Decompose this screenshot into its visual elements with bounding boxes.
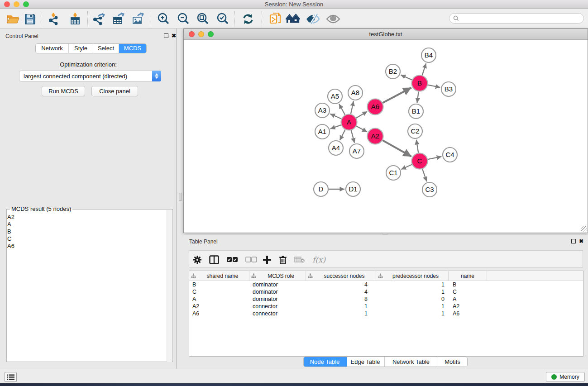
add-column-icon[interactable] [263, 255, 272, 265]
table-cell: 8 [306, 296, 376, 302]
splitter-handle[interactable] [382, 233, 388, 235]
hide-selected-icon[interactable] [306, 12, 320, 26]
export-network-icon[interactable] [92, 12, 106, 26]
table-cell: connector [249, 310, 306, 317]
tab-node-table[interactable]: Node Table [304, 357, 347, 367]
graph-edge[interactable] [330, 114, 341, 119]
table-cell: 1 [306, 303, 376, 310]
graph-edge[interactable] [401, 165, 412, 170]
list-icon [7, 374, 14, 380]
result-item[interactable]: C [7, 235, 161, 243]
deselect-all-rows-icon[interactable] [245, 255, 257, 265]
tab-edge-table[interactable]: Edge Table [347, 357, 385, 367]
run-mcds-button[interactable]: Run MCDS [42, 86, 85, 96]
result-item[interactable]: A6 [7, 243, 161, 250]
network-window-titlebar[interactable]: testGlobe.txt [184, 29, 588, 40]
ndex-home-icon[interactable] [286, 12, 300, 26]
tab-mcds[interactable]: MCDS [119, 44, 146, 53]
graph-edge[interactable] [351, 101, 354, 114]
column-header-predecessor-nodes[interactable]: predecessor nodes [376, 271, 449, 281]
show-all-icon[interactable] [326, 12, 340, 26]
window-resize-grip[interactable] [581, 226, 587, 232]
close-panel-button[interactable]: Close panel [91, 86, 138, 96]
graph-edge[interactable] [417, 91, 418, 103]
float-panel-icon[interactable] [571, 239, 576, 243]
toolbar-separator [87, 11, 88, 26]
save-session-icon[interactable] [23, 12, 37, 26]
network-graph[interactable]: B4B2BB3B1A5A8A6A3AA1A2C2A4A7C4CC1C3DD1 [184, 40, 588, 233]
table-cell: dominator [249, 289, 306, 295]
table-cell: B [449, 281, 487, 288]
table-cell: 0 [376, 296, 449, 302]
table-cell: connector [249, 303, 306, 310]
table-cell: 1 [306, 310, 376, 317]
table-tabs: Node Table Edge Table Network Table Moti… [303, 357, 468, 367]
graph-edge[interactable] [401, 75, 412, 80]
tab-select[interactable]: Select [93, 44, 119, 53]
graph-edge[interactable] [422, 63, 426, 75]
tab-network-table[interactable]: Network Table [385, 357, 438, 367]
float-panel-icon[interactable] [164, 33, 168, 38]
optimization-criterion-dropdown[interactable]: largest connected component (directed) [19, 71, 161, 81]
control-panel: Control Panel ✖ Network Style Select MCD… [0, 29, 177, 369]
column-header-mcds-role[interactable]: MCDS role [249, 271, 306, 281]
task-history-button[interactable] [5, 372, 17, 382]
open-session-icon[interactable] [6, 12, 20, 26]
table-row[interactable]: A6connector11A6 [189, 310, 583, 317]
export-table-icon[interactable] [111, 12, 126, 26]
table-row[interactable]: Cdominator41C [189, 288, 583, 295]
table-options-icon[interactable] [193, 255, 202, 265]
graph-edge[interactable] [428, 157, 441, 159]
result-item[interactable]: A [7, 221, 161, 228]
search-field[interactable] [449, 13, 584, 24]
apply-layout-icon[interactable] [241, 12, 255, 26]
graph-edge[interactable] [330, 125, 341, 129]
column-header-shared-name[interactable]: shared name [189, 271, 249, 281]
zoom-fit-icon[interactable] [196, 12, 210, 26]
graph-node-label: C [417, 157, 422, 165]
close-panel-icon[interactable]: ✖ [172, 33, 176, 38]
control-panel-tabs: Network Style Select MCDS [35, 43, 147, 53]
graph-node-label: A1 [318, 128, 326, 135]
table-row[interactable]: Adominator80A [189, 295, 583, 303]
graph-edge[interactable] [416, 140, 418, 153]
result-scrollbar[interactable] [167, 210, 172, 362]
zoom-out-icon[interactable] [176, 12, 191, 26]
graph-edge[interactable] [340, 129, 345, 140]
graph-edge[interactable] [351, 130, 354, 143]
status-bar: Memory [0, 369, 588, 383]
delete-column-icon[interactable] [279, 255, 287, 265]
import-table-icon[interactable] [68, 12, 82, 26]
search-input[interactable] [461, 15, 574, 22]
memory-button[interactable]: Memory [546, 372, 585, 382]
export-image-icon[interactable] [131, 12, 145, 26]
graph-edge[interactable] [422, 169, 427, 181]
graph-edge[interactable] [339, 104, 345, 115]
import-network-icon[interactable] [47, 12, 62, 26]
result-item[interactable]: B [7, 228, 161, 235]
graph-edge[interactable] [356, 126, 367, 132]
show-columns-icon[interactable] [209, 255, 219, 265]
table-cell: C [449, 289, 487, 295]
column-header-successor-nodes[interactable]: successor nodes [306, 271, 376, 281]
zoom-in-icon[interactable] [156, 12, 171, 26]
graph-edge[interactable] [382, 140, 411, 157]
table-row[interactable]: Bdominator41B [189, 281, 583, 288]
result-item[interactable]: A2 [7, 214, 161, 221]
tab-network[interactable]: Network [36, 44, 69, 53]
tab-motifs[interactable]: Motifs [438, 357, 467, 367]
close-panel-icon[interactable]: ✖ [579, 239, 583, 243]
table-cell: 1 [376, 303, 449, 310]
graph-edge[interactable] [356, 111, 367, 118]
graph-edge[interactable] [382, 88, 411, 103]
zoom-selected-icon[interactable] [215, 12, 230, 26]
table-row[interactable]: A2connector11A2 [189, 303, 583, 310]
splitter-handle[interactable] [179, 193, 182, 201]
tab-style[interactable]: Style [69, 44, 93, 53]
column-header-name[interactable]: name [449, 271, 487, 281]
ndex-networks-icon[interactable] [268, 12, 282, 26]
select-all-rows-icon[interactable] [226, 255, 238, 265]
dropdown-stepper-icon[interactable] [152, 71, 161, 81]
mcds-result-list[interactable]: A2ABCA6 [7, 214, 161, 250]
graph-edge[interactable] [428, 85, 440, 88]
